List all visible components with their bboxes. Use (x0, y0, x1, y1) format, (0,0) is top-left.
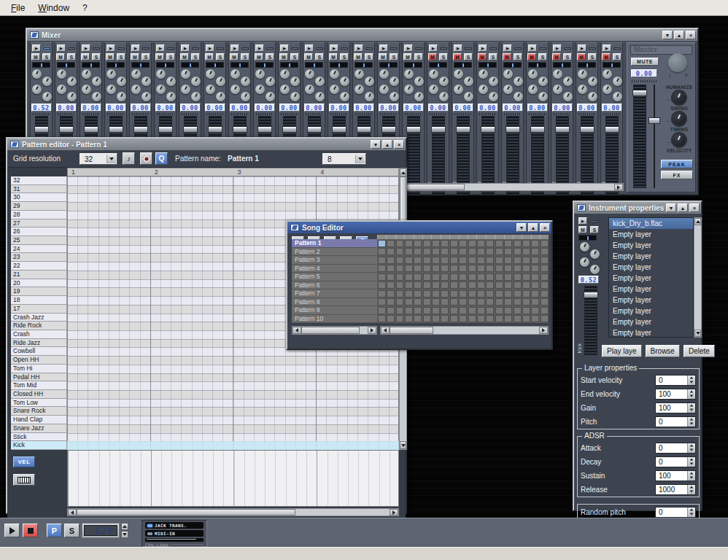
instrument-mute-button[interactable]: M (578, 226, 587, 233)
collapse-button[interactable]: ▼ (371, 140, 381, 149)
sequence-cell[interactable] (423, 248, 431, 255)
sequence-cell[interactable] (396, 298, 404, 306)
strip-solo-button[interactable]: S (117, 53, 125, 61)
strip-solo-button[interactable]: S (216, 53, 225, 61)
fx-send-knob[interactable] (603, 85, 612, 94)
fx-send-knob[interactable] (429, 69, 438, 79)
chevron-down-icon[interactable] (107, 155, 116, 163)
strip-solo-button[interactable]: S (414, 53, 423, 61)
sequence-cell[interactable] (423, 298, 431, 306)
pattern-editor-titlebar[interactable]: Pattern editor - Pattern 1 ▼ ▲ × (7, 139, 406, 150)
sequence-cell[interactable] (432, 240, 440, 247)
strip-play-button[interactable]: ▶ (528, 44, 537, 52)
pattern-row-label[interactable]: Kick (11, 441, 67, 450)
sequence-cell[interactable] (477, 281, 485, 289)
strip-play-button[interactable]: ▶ (404, 44, 413, 52)
fx-send-knob[interactable] (32, 85, 42, 94)
fx-send-knob[interactable] (390, 77, 399, 86)
sequence-cell[interactable] (541, 298, 549, 306)
strip-mute-button[interactable]: M (131, 53, 139, 61)
pattern-row-label[interactable]: 31 (11, 185, 67, 194)
pattern-row-label[interactable]: Crash Jazz (11, 314, 67, 322)
fx-send-knob[interactable] (379, 85, 389, 94)
sequence-cell[interactable] (432, 265, 440, 272)
humanize-swing-knob[interactable] (673, 91, 686, 104)
sequence-cell[interactable] (504, 240, 512, 247)
expand-button[interactable]: ▲ (528, 223, 538, 232)
sequence-cell[interactable] (495, 281, 503, 289)
sequence-cell[interactable] (531, 315, 539, 322)
spin-down-button[interactable] (688, 512, 695, 517)
fx-send-knob[interactable] (266, 77, 275, 86)
strip-mute-button[interactable]: M (304, 53, 313, 61)
hear-notes-button[interactable]: ♪ (123, 152, 135, 165)
scroll-down-arrow[interactable] (694, 330, 701, 337)
sequence-cell[interactable] (432, 298, 440, 306)
fx-send-knob[interactable] (590, 249, 600, 259)
master-pan-knob[interactable] (668, 53, 687, 72)
sequence-cell[interactable] (514, 240, 522, 247)
sequence-cell[interactable] (514, 298, 522, 306)
fx-send-knob[interactable] (82, 69, 91, 79)
pattern-row-label[interactable]: 21 (11, 271, 67, 279)
strip-pan-slider[interactable] (379, 62, 398, 68)
fx-send-knob[interactable] (578, 69, 587, 79)
sequence-cell[interactable] (414, 298, 422, 306)
sequence-cell[interactable] (378, 240, 386, 247)
fx-send-knob[interactable] (330, 69, 339, 79)
strip-solo-button[interactable]: S (92, 53, 101, 61)
sequence-cell[interactable] (514, 290, 522, 298)
spinbox[interactable]: 0 (655, 416, 696, 427)
strip-mute-button[interactable]: M (279, 53, 288, 61)
fx-send-knob[interactable] (578, 85, 587, 94)
peak-button[interactable]: PEAK (661, 160, 693, 168)
sequence-cell[interactable] (450, 265, 458, 272)
strip-play-button[interactable]: ▶ (231, 44, 239, 52)
sequence-cell[interactable] (450, 281, 458, 289)
strip-play-button[interactable]: ▶ (131, 44, 140, 52)
strip-solo-button[interactable]: S (563, 53, 572, 61)
strip-mute-button[interactable]: M (81, 53, 90, 61)
sequence-cell[interactable] (459, 248, 467, 255)
sequence-cell[interactable] (495, 257, 503, 264)
pattern-row-label[interactable]: 27 (11, 219, 67, 228)
fader-handle[interactable] (307, 126, 322, 133)
strip-play-button[interactable]: ▶ (305, 44, 314, 52)
expand-button[interactable]: ▲ (674, 31, 684, 39)
sequence-cell[interactable] (405, 281, 413, 289)
sequence-cell[interactable] (441, 240, 449, 247)
spinbox[interactable]: 1000 (655, 484, 696, 495)
fader-handle[interactable] (481, 126, 495, 133)
fx-send-knob[interactable] (479, 69, 488, 79)
spin-down-button[interactable] (688, 394, 695, 399)
pattern-row-label[interactable]: Tom Mid (11, 381, 67, 390)
sequence-cell[interactable] (477, 315, 485, 322)
strip-solo-button[interactable]: S (67, 53, 76, 61)
strip-pan-slider[interactable] (82, 62, 100, 68)
stop-button[interactable] (23, 524, 38, 537)
sequence-cell[interactable] (504, 290, 512, 298)
sequence-cell[interactable] (459, 307, 467, 314)
sequence-cell[interactable] (414, 307, 422, 314)
fx-send-knob[interactable] (489, 92, 498, 101)
song-mode-button[interactable]: S (64, 524, 80, 537)
sequence-cell[interactable] (450, 307, 458, 314)
sequence-cell[interactable] (514, 281, 522, 289)
close-icon[interactable]: × (540, 223, 550, 232)
fader-handle[interactable] (382, 126, 396, 133)
strip-pan-slider[interactable] (57, 62, 75, 68)
strip-pan-slider[interactable] (355, 62, 373, 68)
strip-pan-slider[interactable] (528, 62, 546, 68)
fx-send-knob[interactable] (67, 77, 77, 86)
sequence-cell[interactable] (522, 240, 530, 247)
strip-solo-button[interactable]: S (266, 53, 274, 61)
strip-solo-button[interactable]: S (464, 53, 473, 61)
spinbox[interactable]: 0 (655, 507, 696, 518)
sequence-cell[interactable] (522, 290, 530, 298)
sequence-cell[interactable] (495, 315, 503, 322)
sequence-cell[interactable] (423, 307, 431, 314)
sequence-cell[interactable] (495, 265, 503, 272)
sequence-cell[interactable] (396, 248, 404, 255)
fx-send-knob[interactable] (32, 69, 42, 79)
song-pattern-row[interactable]: Pattern 4 (292, 265, 377, 273)
